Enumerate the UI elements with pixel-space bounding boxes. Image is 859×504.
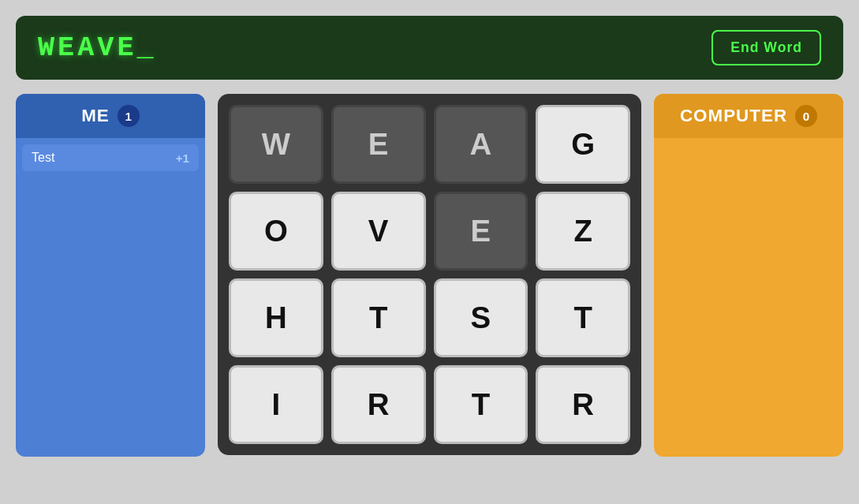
grid-cell-14[interactable]: T xyxy=(434,365,528,444)
grid-cell-3[interactable]: G xyxy=(536,105,630,184)
grid-cell-1[interactable]: E xyxy=(331,105,426,184)
grid-cell-0[interactable]: W xyxy=(229,105,323,184)
end-word-button[interactable]: End Word xyxy=(711,30,821,65)
grid-cell-15[interactable]: R xyxy=(536,365,630,444)
computer-panel-title: COMPUTER xyxy=(680,106,787,126)
me-word-entry-0: Test +1 xyxy=(22,144,199,171)
computer-panel-header: COMPUTER 0 xyxy=(654,94,843,138)
grid-cell-6[interactable]: E xyxy=(434,192,528,271)
me-panel-body: Test +1 xyxy=(16,138,205,454)
me-panel-header: ME 1 xyxy=(16,94,205,138)
me-panel: ME 1 Test +1 xyxy=(16,94,205,457)
grid-panel: WEAGOVEZHTSTIRTR xyxy=(218,94,641,455)
grid-cell-7[interactable]: Z xyxy=(536,192,630,271)
grid-cell-11[interactable]: T xyxy=(536,278,630,357)
app-container: WEAVE_ End Word ME 1 Test +1 WEAGOVEZHTS… xyxy=(16,16,843,457)
logo: WEAVE_ xyxy=(38,32,157,64)
computer-panel: COMPUTER 0 xyxy=(654,94,843,457)
grid-cell-5[interactable]: V xyxy=(331,192,426,271)
grid-cell-4[interactable]: O xyxy=(229,192,323,271)
me-panel-title: ME xyxy=(81,106,110,126)
me-score-badge: 1 xyxy=(118,105,140,127)
grid-cell-12[interactable]: I xyxy=(229,365,323,444)
computer-score-badge: 0 xyxy=(795,105,817,127)
me-word-score-0: +1 xyxy=(176,151,189,165)
me-word-text-0: Test xyxy=(32,151,54,165)
main-content: ME 1 Test +1 WEAGOVEZHTSTIRTR COMPUTER 0 xyxy=(16,94,843,457)
grid: WEAGOVEZHTSTIRTR xyxy=(229,105,630,444)
header: WEAVE_ End Word xyxy=(16,16,843,80)
grid-cell-10[interactable]: S xyxy=(434,278,528,357)
grid-cell-9[interactable]: T xyxy=(331,278,426,357)
grid-cell-2[interactable]: A xyxy=(434,105,528,184)
computer-panel-body xyxy=(654,138,843,454)
grid-cell-8[interactable]: H xyxy=(229,278,323,357)
grid-cell-13[interactable]: R xyxy=(331,365,426,444)
